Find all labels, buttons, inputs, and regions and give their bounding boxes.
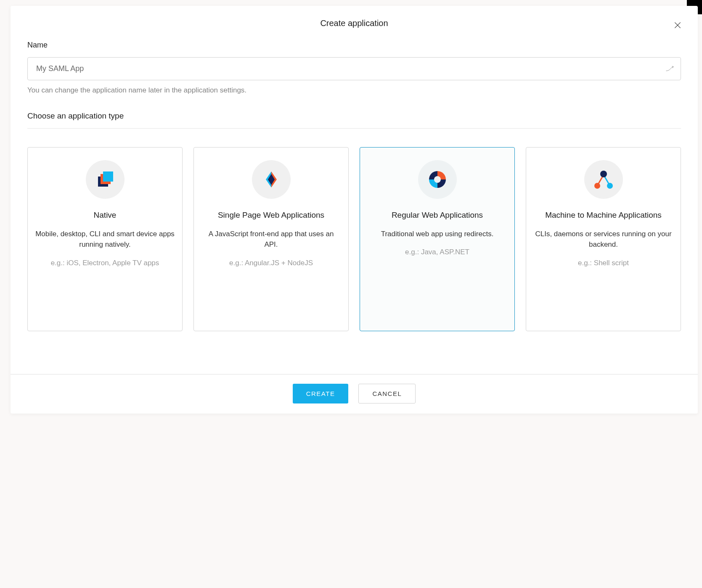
modal-title: Create application: [11, 18, 698, 28]
type-desc: Mobile, desktop, CLI and smart device ap…: [35, 229, 175, 250]
type-eg: e.g.: Shell script: [534, 258, 673, 269]
name-help-text: You can change the application name late…: [27, 86, 681, 95]
native-icon: [95, 169, 116, 190]
type-card-spa[interactable]: Single Page Web Applications A JavaScrip…: [193, 147, 349, 331]
type-title: Regular Web Applications: [368, 210, 507, 221]
modal-header: Create application: [11, 6, 698, 38]
type-title: Machine to Machine Applications: [534, 210, 673, 221]
type-eg: e.g.: iOS, Electron, Apple TV apps: [35, 258, 175, 269]
type-eg: e.g.: Java, ASP.NET: [368, 247, 507, 258]
name-label: Name: [27, 41, 681, 50]
name-input-wrap: [27, 57, 681, 86]
choose-type-title: Choose an application type: [27, 111, 681, 129]
modal-footer: CREATE CANCEL: [11, 374, 698, 414]
spa-icon: [261, 169, 282, 190]
m2m-icon: [592, 169, 615, 190]
svg-point-17: [607, 183, 613, 189]
type-card-regular-web[interactable]: Regular Web Applications Traditional web…: [360, 147, 515, 331]
create-application-modal: Create application Name You can change t…: [11, 6, 698, 414]
m2m-icon-wrap: [584, 160, 623, 199]
cancel-button[interactable]: CANCEL: [358, 384, 416, 403]
close-icon: [673, 21, 682, 29]
type-card-m2m[interactable]: Machine to Machine Applications CLIs, da…: [526, 147, 681, 331]
type-eg: e.g.: Angular.JS + NodeJS: [201, 258, 341, 269]
svg-rect-7: [103, 171, 113, 182]
regular-web-icon-wrap: [418, 160, 457, 199]
type-desc: A JavaScript front-end app that uses an …: [201, 229, 341, 250]
svg-point-15: [600, 171, 607, 177]
name-input[interactable]: [27, 57, 681, 80]
svg-point-12: [434, 176, 441, 183]
spa-icon-wrap: [252, 160, 291, 199]
input-badge-icon: [666, 66, 675, 73]
type-title: Single Page Web Applications: [201, 210, 341, 221]
type-desc: CLIs, daemons or services running on you…: [534, 229, 673, 250]
modal-body: Name You can change the application name…: [11, 38, 698, 374]
regular-web-icon: [427, 169, 448, 190]
svg-point-16: [594, 183, 600, 189]
type-grid: Native Mobile, desktop, CLI and smart de…: [27, 147, 681, 331]
native-icon-wrap: [86, 160, 125, 199]
type-title: Native: [35, 210, 175, 221]
type-card-native[interactable]: Native Mobile, desktop, CLI and smart de…: [27, 147, 183, 331]
create-button[interactable]: CREATE: [293, 384, 349, 403]
close-button[interactable]: [673, 20, 683, 30]
type-desc: Traditional web app using redirects.: [368, 229, 507, 240]
